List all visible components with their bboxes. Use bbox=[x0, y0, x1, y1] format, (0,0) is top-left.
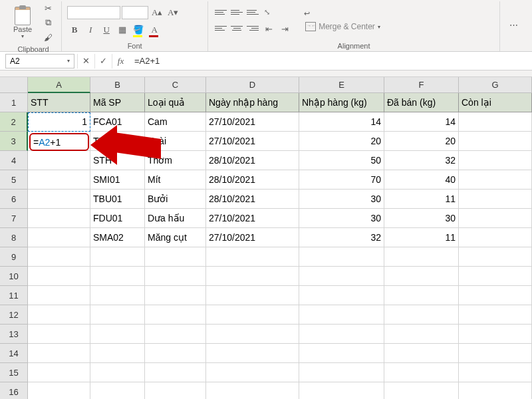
row-header-13[interactable]: 13 bbox=[0, 325, 28, 344]
cell-F10[interactable] bbox=[384, 267, 459, 286]
cell-G12[interactable] bbox=[459, 305, 532, 325]
cell-C6[interactable]: Bưởi bbox=[145, 190, 206, 209]
name-box[interactable]: A2 ▾ bbox=[5, 54, 74, 68]
bold-button[interactable]: B bbox=[67, 23, 82, 37]
cell-F9[interactable] bbox=[384, 247, 459, 267]
row-header-10[interactable]: 10 bbox=[0, 267, 28, 286]
row-header-11[interactable]: 11 bbox=[0, 286, 28, 305]
cell-D8[interactable]: 27/10/2021 bbox=[206, 228, 299, 247]
cell-C2[interactable]: Cam bbox=[145, 112, 206, 132]
orientation-button[interactable]: ⤡ bbox=[261, 6, 273, 19]
cell-F12[interactable] bbox=[384, 305, 459, 325]
decrease-indent-button[interactable]: ⇤ bbox=[261, 22, 276, 37]
cell-G11[interactable] bbox=[459, 286, 532, 305]
cell-A10[interactable] bbox=[28, 267, 90, 286]
cell-F15[interactable] bbox=[384, 363, 459, 382]
cell-E4[interactable]: 50 bbox=[299, 151, 384, 170]
cell-F7[interactable]: 30 bbox=[384, 209, 459, 228]
cell-F16[interactable] bbox=[384, 382, 459, 399]
increase-font-button[interactable]: A▴ bbox=[150, 5, 164, 20]
cell-D7[interactable]: 27/10/2021 bbox=[206, 209, 299, 228]
cell-B11[interactable] bbox=[90, 286, 145, 305]
cell-A15[interactable] bbox=[28, 363, 90, 382]
cell-E6[interactable]: 30 bbox=[299, 190, 384, 209]
col-header-E[interactable]: E bbox=[299, 77, 384, 93]
cell-E1[interactable]: Nhập hàng (kg) bbox=[299, 93, 384, 112]
accept-formula-button[interactable]: ✓ bbox=[94, 54, 112, 68]
cell-B7[interactable]: FDU01 bbox=[90, 209, 145, 228]
cell-A7[interactable] bbox=[28, 209, 90, 228]
cell-A9[interactable] bbox=[28, 247, 90, 267]
cell-D11[interactable] bbox=[206, 286, 299, 305]
cell-E14[interactable] bbox=[299, 344, 384, 363]
cell-E11[interactable] bbox=[299, 286, 384, 305]
cell-editor[interactable]: =A2+1 bbox=[29, 133, 89, 151]
cell-C7[interactable]: Dưa hấu bbox=[145, 209, 206, 228]
row-header-1[interactable]: 1 bbox=[0, 93, 28, 112]
cell-C5[interactable]: Mít bbox=[145, 170, 206, 190]
cell-E9[interactable] bbox=[299, 247, 384, 267]
cell-G7[interactable] bbox=[459, 209, 532, 228]
cell-E2[interactable]: 14 bbox=[299, 112, 384, 132]
cell-A13[interactable] bbox=[28, 325, 90, 344]
cell-G10[interactable] bbox=[459, 267, 532, 286]
cell-G6[interactable] bbox=[459, 190, 532, 209]
cell-C9[interactable] bbox=[145, 247, 206, 267]
cell-D15[interactable] bbox=[206, 363, 299, 382]
font-family-select[interactable] bbox=[67, 6, 120, 19]
cell-A1[interactable]: STT bbox=[28, 93, 90, 112]
cell-D3[interactable]: 27/10/2021 bbox=[206, 132, 299, 151]
insert-function-button[interactable]: fx bbox=[112, 54, 129, 68]
row-header-14[interactable]: 14 bbox=[0, 344, 28, 363]
align-middle-button[interactable] bbox=[229, 6, 244, 19]
italic-button[interactable]: I bbox=[83, 23, 98, 37]
cancel-formula-button[interactable]: ✕ bbox=[77, 54, 94, 68]
row-header-3[interactable]: 3 bbox=[0, 132, 28, 151]
cell-D10[interactable] bbox=[206, 267, 299, 286]
cell-A12[interactable] bbox=[28, 305, 90, 325]
align-right-button[interactable] bbox=[245, 22, 260, 35]
col-header-D[interactable]: D bbox=[206, 77, 299, 93]
cell-F2[interactable]: 14 bbox=[384, 112, 459, 132]
cell-E8[interactable]: 32 bbox=[299, 228, 384, 247]
cell-F1[interactable]: Đã bán (kg) bbox=[384, 93, 459, 112]
formula-input[interactable]: =A2+1 bbox=[129, 56, 532, 66]
cell-B16[interactable] bbox=[90, 382, 145, 399]
cell-C11[interactable] bbox=[145, 286, 206, 305]
col-header-A[interactable]: A bbox=[28, 77, 90, 93]
cell-G1[interactable]: Còn lại bbox=[459, 93, 532, 112]
cell-E5[interactable]: 70 bbox=[299, 170, 384, 190]
increase-indent-button[interactable]: ⇥ bbox=[277, 22, 292, 37]
border-button[interactable]: ▦ bbox=[115, 23, 130, 37]
row-header-4[interactable]: 4 bbox=[0, 151, 28, 170]
spreadsheet-grid[interactable]: A B C D E F G 1 STT Mã SP Loại quả Ngày … bbox=[0, 77, 532, 399]
cell-G8[interactable] bbox=[459, 228, 532, 247]
cell-D6[interactable]: 28/10/2021 bbox=[206, 190, 299, 209]
cell-F6[interactable]: 11 bbox=[384, 190, 459, 209]
cell-D12[interactable] bbox=[206, 305, 299, 325]
cell-D13[interactable] bbox=[206, 325, 299, 344]
cell-B6[interactable]: TBU01 bbox=[90, 190, 145, 209]
cell-C15[interactable] bbox=[145, 363, 206, 382]
cell-A8[interactable] bbox=[28, 228, 90, 247]
font-color-button[interactable]: A bbox=[147, 23, 162, 37]
cell-C14[interactable] bbox=[145, 344, 206, 363]
row-header-5[interactable]: 5 bbox=[0, 170, 28, 190]
cell-D5[interactable]: 28/10/2021 bbox=[206, 170, 299, 190]
cell-A2[interactable]: 1 bbox=[28, 112, 90, 132]
cell-F3[interactable]: 20 bbox=[384, 132, 459, 151]
cell-G9[interactable] bbox=[459, 247, 532, 267]
align-left-button[interactable] bbox=[213, 22, 228, 35]
cell-F4[interactable]: 32 bbox=[384, 151, 459, 170]
row-header-15[interactable]: 15 bbox=[0, 363, 28, 382]
cell-D14[interactable] bbox=[206, 344, 299, 363]
cell-F5[interactable]: 40 bbox=[384, 170, 459, 190]
row-header-2[interactable]: 2 bbox=[0, 112, 28, 132]
col-header-G[interactable]: G bbox=[459, 77, 532, 93]
wrap-text-button[interactable]: ↩ bbox=[301, 9, 384, 18]
cell-E7[interactable]: 30 bbox=[299, 209, 384, 228]
underline-button[interactable]: U bbox=[99, 23, 114, 37]
format-painter-button[interactable]: 🖌 bbox=[40, 31, 56, 44]
cell-G4[interactable] bbox=[459, 151, 532, 170]
cell-A4[interactable] bbox=[28, 151, 90, 170]
